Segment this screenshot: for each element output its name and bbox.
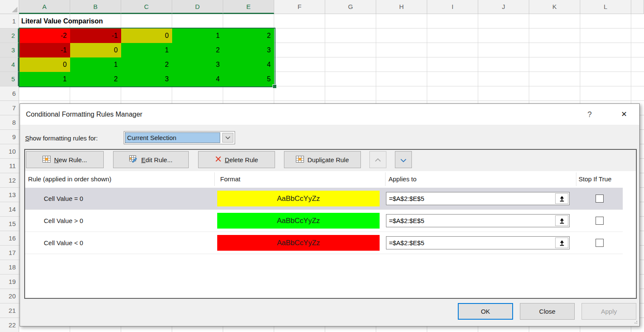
row-header-9[interactable]: 9 bbox=[0, 130, 19, 144]
collapse-dialog-button[interactable] bbox=[555, 215, 568, 226]
close-button[interactable]: Close bbox=[520, 303, 575, 320]
column-header-format: Format bbox=[220, 171, 241, 187]
applies-to-formula: =$A$2:$E$5 bbox=[389, 237, 424, 249]
toolbar-button-label: Duplicate Rule bbox=[307, 156, 349, 163]
help-button[interactable]: ? bbox=[583, 108, 596, 121]
row-header-6[interactable]: 6 bbox=[0, 86, 19, 101]
row-header-2[interactable]: 2 bbox=[0, 29, 19, 43]
column-header-A[interactable]: A bbox=[19, 0, 70, 14]
toolbar-button-duplicate-rule[interactable]: Duplicate Rule bbox=[284, 151, 361, 168]
cell-B3[interactable]: 0 bbox=[70, 43, 121, 57]
rule-row[interactable]: Cell Value < 0AaBbCcYyZz=$A$2:$E$5 bbox=[25, 232, 623, 254]
select-all-corner[interactable] bbox=[0, 0, 19, 14]
collapse-range-icon bbox=[559, 240, 565, 248]
cell-B5[interactable]: 2 bbox=[70, 72, 121, 86]
row-header-12[interactable]: 12 bbox=[0, 173, 19, 188]
show-rules-dropdown[interactable]: Current Selection bbox=[124, 131, 235, 144]
column-header-K[interactable]: K bbox=[529, 0, 580, 14]
column-header-partial[interactable] bbox=[631, 0, 644, 14]
toolbar-button-edit-rule[interactable]: Edit Rule... bbox=[113, 151, 189, 168]
cell-E3[interactable]: 3 bbox=[223, 43, 274, 57]
rules-list-panel: New Rule...Edit Rule...Delete RuleDuplic… bbox=[24, 149, 637, 299]
column-header-L[interactable]: L bbox=[580, 0, 631, 14]
cell-B4[interactable]: 1 bbox=[70, 57, 121, 72]
toolbar-button-label: New Rule... bbox=[54, 156, 87, 163]
cell-C5[interactable]: 3 bbox=[121, 72, 172, 86]
column-header-stop-if-true: Stop If True bbox=[579, 171, 612, 187]
stop-if-true-checkbox[interactable] bbox=[596, 239, 604, 247]
ok-button[interactable]: OK bbox=[458, 303, 513, 320]
row-header-15[interactable]: 15 bbox=[0, 217, 19, 231]
resize-grip[interactable] bbox=[633, 319, 637, 323]
row-header-4[interactable]: 4 bbox=[0, 57, 19, 72]
cell-C3[interactable]: 1 bbox=[121, 43, 172, 57]
row-header-22[interactable]: 22 bbox=[0, 318, 19, 332]
applies-to-field[interactable]: =$A$2:$E$5 bbox=[386, 192, 570, 205]
chevron-down-icon[interactable] bbox=[222, 133, 233, 143]
stop-if-true-checkbox[interactable] bbox=[596, 195, 604, 203]
cell-A3[interactable]: -1 bbox=[19, 43, 70, 57]
table-grid-icon bbox=[43, 156, 51, 164]
column-header-H[interactable]: H bbox=[376, 0, 427, 14]
rule-row[interactable]: Cell Value > 0AaBbCcYyZz=$A$2:$E$5 bbox=[25, 210, 623, 232]
table-grid-icon bbox=[296, 156, 304, 164]
row-header-7[interactable]: 7 bbox=[0, 101, 19, 115]
cell-A4[interactable]: 0 bbox=[19, 57, 70, 72]
cell-E2[interactable]: 2 bbox=[223, 29, 274, 43]
cell-A2[interactable]: -2 bbox=[19, 29, 70, 43]
rule-format-preview: AaBbCcYyZz bbox=[217, 191, 380, 206]
collapse-range-icon bbox=[559, 218, 565, 226]
cell-D5[interactable]: 4 bbox=[172, 72, 223, 86]
column-header-I[interactable]: I bbox=[427, 0, 478, 14]
row-header-8[interactable]: 8 bbox=[0, 115, 19, 130]
row-header-13[interactable]: 13 bbox=[0, 188, 19, 202]
row-header-14[interactable]: 14 bbox=[0, 202, 19, 217]
rule-row[interactable]: Cell Value = 0AaBbCcYyZz=$A$2:$E$5 bbox=[25, 188, 623, 210]
row-header-20[interactable]: 20 bbox=[0, 289, 19, 303]
cell-C2[interactable]: 0 bbox=[121, 29, 172, 43]
stop-if-true-checkbox[interactable] bbox=[596, 217, 604, 225]
cell-D3[interactable]: 2 bbox=[172, 43, 223, 57]
cell-A5[interactable]: 1 bbox=[19, 72, 70, 86]
excel-window: ABCDEFGHIJKL 123456789101112131415161718… bbox=[0, 0, 644, 332]
collapse-dialog-button[interactable] bbox=[555, 238, 568, 248]
column-header-E[interactable]: E bbox=[223, 0, 274, 14]
collapse-dialog-button[interactable] bbox=[555, 193, 568, 204]
row-header-19[interactable]: 19 bbox=[0, 275, 19, 289]
column-header-G[interactable]: G bbox=[325, 0, 376, 14]
applies-to-field[interactable]: =$A$2:$E$5 bbox=[386, 214, 570, 227]
row-header-3[interactable]: 3 bbox=[0, 43, 19, 57]
toolbar-button-new-rule[interactable]: New Rule... bbox=[26, 151, 104, 168]
column-header-D[interactable]: D bbox=[172, 0, 223, 14]
cell-C4[interactable]: 2 bbox=[121, 57, 172, 72]
column-header-F[interactable]: F bbox=[274, 0, 325, 14]
cell-A1[interactable]: Literal Value Comparison bbox=[21, 14, 276, 29]
toolbar-button-delete-rule[interactable]: Delete Rule bbox=[198, 151, 275, 168]
row-header-11[interactable]: 11 bbox=[0, 159, 19, 173]
row-header-1[interactable]: 1 bbox=[0, 14, 19, 29]
cell-D4[interactable]: 3 bbox=[172, 57, 223, 72]
cell-E4[interactable]: 4 bbox=[223, 57, 274, 72]
move-rule-up-button[interactable] bbox=[369, 151, 386, 168]
row-header-18[interactable]: 18 bbox=[0, 260, 19, 275]
row-header-10[interactable]: 10 bbox=[0, 144, 19, 159]
fill-handle[interactable] bbox=[272, 84, 277, 89]
toolbar-button-label: Delete Rule bbox=[225, 156, 258, 163]
row-header-21[interactable]: 21 bbox=[0, 303, 19, 318]
column-header-J[interactable]: J bbox=[478, 0, 529, 14]
row-header-5[interactable]: 5 bbox=[0, 72, 19, 86]
row-header-17[interactable]: 17 bbox=[0, 246, 19, 260]
column-header-C[interactable]: C bbox=[121, 0, 172, 14]
cell-D2[interactable]: 1 bbox=[172, 29, 223, 43]
dialog-titlebar: Conditional Formatting Rules Manager ? ✕ bbox=[20, 104, 639, 125]
move-rule-down-button[interactable] bbox=[395, 151, 412, 168]
dialog-title: Conditional Formatting Rules Manager bbox=[26, 104, 142, 125]
cell-B2[interactable]: -1 bbox=[70, 29, 121, 43]
close-icon[interactable]: ✕ bbox=[616, 108, 633, 121]
applies-to-field[interactable]: =$A$2:$E$5 bbox=[386, 236, 570, 249]
cell-E5[interactable]: 5 bbox=[223, 72, 274, 86]
red-x-icon bbox=[215, 156, 221, 163]
column-header-B[interactable]: B bbox=[70, 0, 121, 14]
row-header-16[interactable]: 16 bbox=[0, 231, 19, 246]
conditional-formatting-rules-manager-dialog: Conditional Formatting Rules Manager ? ✕… bbox=[20, 103, 640, 326]
